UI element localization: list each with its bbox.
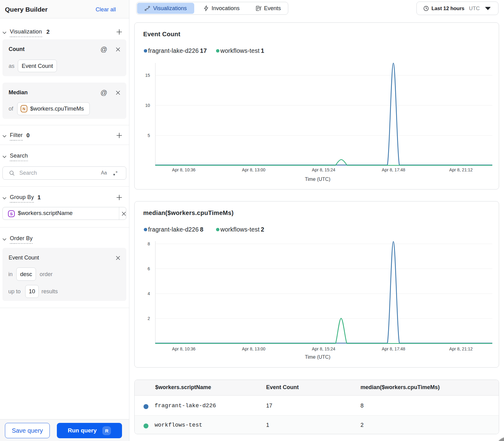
svg-text:Apr 8, 15:24: Apr 8, 15:24 [312, 346, 335, 351]
svg-text:Apr 8, 21:12: Apr 8, 21:12 [449, 167, 473, 172]
svg-text:Apr 8, 21:12: Apr 8, 21:12 [449, 346, 473, 351]
svg-text:5: 5 [148, 133, 150, 138]
svg-text:Apr 8, 10:36: Apr 8, 10:36 [172, 346, 195, 351]
svg-text:Apr 8, 10:36: Apr 8, 10:36 [172, 167, 195, 172]
svg-text:Time (UTC): Time (UTC) [305, 354, 330, 360]
svg-text:15: 15 [145, 73, 150, 78]
svg-text:Apr 8, 13:00: Apr 8, 13:00 [242, 346, 265, 351]
svg-text:Apr 8, 17:48: Apr 8, 17:48 [382, 167, 405, 172]
svg-text:10: 10 [145, 103, 150, 108]
svg-text:Apr 8, 17:48: Apr 8, 17:48 [382, 346, 405, 351]
svg-text:*: * [116, 171, 118, 176]
svg-text:6: 6 [148, 266, 150, 271]
svg-text:4: 4 [148, 291, 150, 296]
svg-text:2: 2 [148, 316, 150, 321]
svg-text:Apr 8, 15:24: Apr 8, 15:24 [312, 167, 335, 172]
svg-text:8: 8 [148, 241, 150, 246]
svg-text:Apr 8, 13:00: Apr 8, 13:00 [242, 167, 265, 172]
svg-text:Time (UTC): Time (UTC) [305, 177, 330, 182]
